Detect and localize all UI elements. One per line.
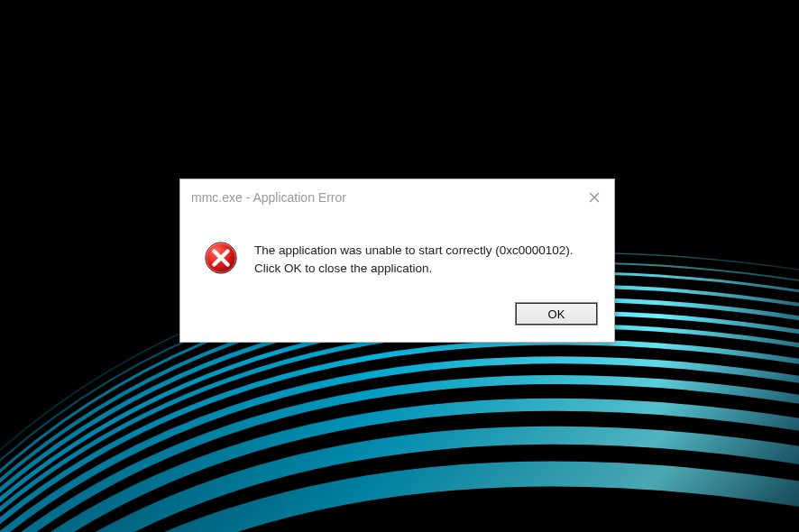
error-icon: [204, 241, 238, 275]
application-error-dialog: mmc.exe - Application Error The applicat…: [179, 179, 615, 343]
message-line-1: The application was unable to start corr…: [254, 243, 573, 257]
dialog-titlebar[interactable]: mmc.exe - Application Error: [180, 179, 614, 214]
dialog-message: The application was unable to start corr…: [254, 241, 573, 277]
message-line-2: Click OK to close the application.: [254, 261, 432, 275]
dialog-title: mmc.exe - Application Error: [191, 190, 346, 205]
dialog-content: The application was unable to start corr…: [180, 214, 614, 302]
dialog-button-row: OK: [180, 302, 614, 342]
ok-button[interactable]: OK: [515, 302, 598, 326]
close-icon: [589, 192, 600, 203]
close-button[interactable]: [583, 187, 605, 208]
